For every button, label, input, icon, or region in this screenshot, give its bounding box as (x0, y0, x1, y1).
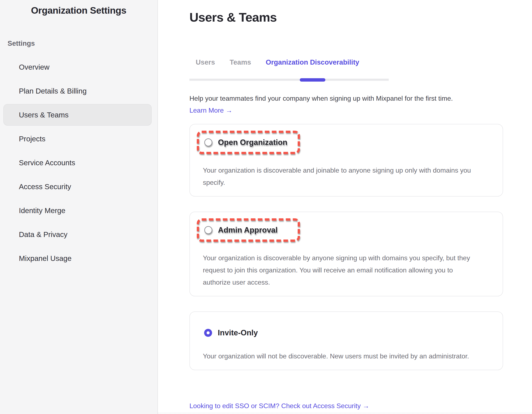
radio-open-organization[interactable] (204, 138, 212, 146)
option-description: Your organization is discoverable by any… (203, 252, 482, 288)
tab-users[interactable]: Users (191, 58, 219, 67)
tab-teams[interactable]: Teams (226, 58, 255, 67)
sidebar-item-access-security[interactable]: Access Security (3, 176, 152, 197)
bottom-divider (158, 413, 532, 413)
arrow-right-icon: → (226, 106, 232, 114)
option-head-invite-only: Invite-Only (204, 328, 490, 338)
annotation-highlight-admin-approval: Admin Approval (197, 218, 300, 242)
sidebar-item-users-teams[interactable]: Users & Teams (3, 104, 152, 126)
tab-strip: Users Teams Organization Discoverability (190, 58, 389, 81)
arrow-right-icon: → (362, 402, 369, 410)
option-card-invite-only: Invite-Only Your organization will not b… (190, 311, 503, 370)
sidebar-item-mixpanel-usage[interactable]: Mixpanel Usage (3, 247, 152, 269)
option-description: Your organization is discoverable and jo… (203, 164, 482, 188)
tab-underline-track (190, 79, 389, 81)
annotation-highlight-open-organization: Open Organization (197, 131, 300, 154)
option-label-admin-approval[interactable]: Admin Approval (218, 226, 277, 235)
main-content: Users & Teams Users Teams Organization D… (158, 0, 532, 414)
sidebar-item-overview[interactable]: Overview (3, 56, 152, 78)
option-label-invite-only[interactable]: Invite-Only (218, 329, 258, 337)
learn-more-label: Learn More (190, 106, 224, 114)
sidebar-item-service-accounts[interactable]: Service Accounts (3, 152, 152, 173)
learn-more-link[interactable]: Learn More → (190, 106, 232, 114)
sidebar-title: Organization Settings (0, 5, 157, 16)
sidebar-item-plan-details-billing[interactable]: Plan Details & Billing (3, 80, 152, 102)
sidebar-nav: Overview Plan Details & Billing Users & … (0, 56, 157, 269)
organization-settings-app: Organization Settings Settings Overview … (0, 0, 532, 414)
sidebar-item-projects[interactable]: Projects (3, 128, 152, 150)
option-description: Your organization will not be discoverab… (203, 350, 482, 362)
sidebar-section-label: Settings (8, 39, 157, 47)
radio-admin-approval[interactable] (204, 226, 212, 234)
tabs-row: Users Teams Organization Discoverability (190, 58, 389, 67)
intro-text: Help your teammates find your company wh… (190, 94, 525, 102)
settings-sidebar: Organization Settings Settings Overview … (0, 0, 158, 414)
tab-organization-discoverability[interactable]: Organization Discoverability (262, 58, 363, 67)
sidebar-item-data-privacy[interactable]: Data & Privacy (3, 224, 152, 245)
sidebar-item-identity-merge[interactable]: Identity Merge (3, 200, 152, 221)
access-security-link-label: Looking to edit SSO or SCIM? Check out A… (190, 402, 361, 410)
discoverability-options: Open Organization Your organization is d… (190, 124, 503, 370)
option-card-admin-approval: Admin Approval Your organization is disc… (190, 212, 503, 296)
access-security-link[interactable]: Looking to edit SSO or SCIM? Check out A… (190, 402, 369, 410)
option-label-open-organization[interactable]: Open Organization (218, 138, 287, 147)
option-card-open-organization: Open Organization Your organization is d… (190, 124, 503, 197)
page-title: Users & Teams (190, 10, 525, 25)
radio-invite-only[interactable] (204, 329, 212, 337)
